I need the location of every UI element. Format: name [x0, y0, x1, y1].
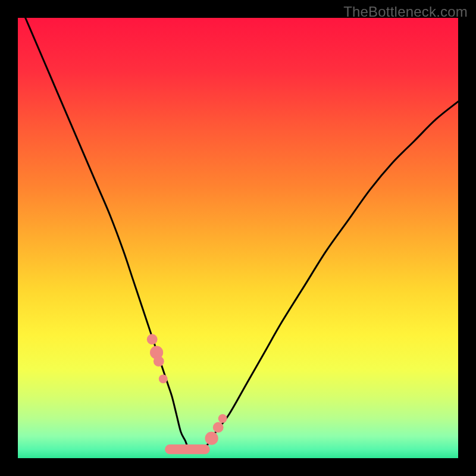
markers-group — [147, 334, 227, 444]
marker-dot — [159, 374, 168, 383]
plot-area — [18, 18, 458, 458]
marker-dot — [218, 414, 227, 423]
marker-dot — [154, 356, 164, 367]
watermark-text: TheBottleneck.com — [343, 4, 468, 20]
marker-dot — [205, 432, 218, 445]
bottleneck-curve — [18, 18, 458, 450]
curve-layer — [18, 18, 458, 458]
chart-frame: TheBottleneck.com — [0, 0, 476, 476]
marker-dot — [147, 334, 158, 345]
marker-dot — [213, 422, 224, 433]
